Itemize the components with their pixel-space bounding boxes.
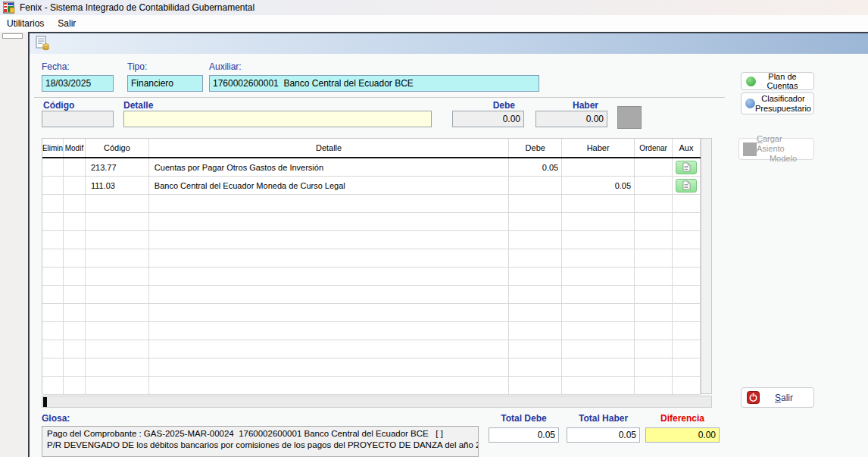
form-separator (34, 97, 725, 98)
menu-salir[interactable]: Salir (51, 15, 83, 32)
clasificador-label: Clasificador Presupuestario (755, 94, 811, 114)
plan-de-cuentas-button[interactable]: Plan de Cuentas (741, 72, 814, 90)
table-row-empty (42, 249, 701, 268)
title-bar: Fenix - Sistema Integrado de Contabilida… (0, 0, 868, 15)
cell-elimin[interactable] (42, 158, 64, 176)
codigo-entry-label: Código (43, 100, 74, 111)
tipo-label: Tipo: (127, 61, 147, 72)
detalle-entry-input[interactable] (123, 111, 432, 127)
menu-bar: Utilitarios Salir (0, 15, 868, 32)
tipo-input[interactable] (127, 75, 203, 92)
table-row-empty (42, 195, 701, 213)
cell-detalle: Cuentas por Pagar Otros Gastos de Invers… (149, 158, 509, 176)
diferencia-label: Diferencia (645, 413, 720, 424)
left-panel-strip (0, 32, 26, 457)
grid-vertical-scrollbar[interactable] (701, 138, 712, 394)
header-modif: Modif (64, 139, 86, 157)
total-debe-label: Total Debe (489, 413, 559, 424)
table-row-empty (42, 304, 701, 322)
table-row-empty (42, 268, 701, 286)
cell-codigo: 213.77 (86, 158, 149, 176)
detalle-entry-label: Detalle (123, 100, 153, 111)
auxiliar-input[interactable] (209, 75, 539, 92)
blue-sphere-icon (745, 99, 755, 108)
clasificador-presupuestario-button[interactable]: Clasificador Presupuestario (741, 92, 814, 114)
codigo-entry-input[interactable] (42, 111, 114, 127)
haber-entry-label: Haber (535, 100, 598, 111)
total-haber-field[interactable] (567, 427, 640, 443)
cell-ordenar[interactable] (635, 158, 673, 176)
document-lines-icon (682, 162, 691, 172)
left-panel-grip[interactable] (2, 33, 23, 39)
voucher-form-window: Fecha: Tipo: Auxiliar: Código Detalle De… (28, 32, 868, 457)
table-row[interactable]: 111.03 Banco Central del Ecuador Moneda … (42, 177, 701, 195)
cell-debe (509, 177, 562, 194)
table-row-empty (42, 358, 701, 377)
debe-entry-input[interactable] (452, 111, 524, 127)
menu-utilitarios[interactable]: Utilitarios (0, 15, 51, 32)
window-title: Fenix - Sistema Integrado de Contabilida… (20, 2, 254, 13)
table-row-empty (42, 213, 701, 231)
header-debe: Debe (509, 139, 562, 157)
power-icon (747, 391, 760, 404)
salir-label: Salir (760, 393, 808, 403)
cell-modif[interactable] (64, 177, 86, 194)
fecha-label: Fecha: (42, 61, 70, 72)
cargar-asiento-label: Cargar Asiento Modelo (757, 134, 810, 164)
header-aux: Aux (673, 139, 701, 157)
salir-button[interactable]: Salir (741, 387, 814, 408)
cell-modif[interactable] (64, 158, 86, 176)
green-sphere-icon (746, 77, 756, 86)
cell-debe: 0.05 (509, 158, 562, 176)
glosa-line-2: P/R DEVENGADO DE los débitos bancarios p… (47, 440, 473, 451)
cell-detalle: Banco Central del Ecuador Moneda de Curs… (149, 177, 509, 194)
cargar-asiento-modelo-button[interactable]: Cargar Asiento Modelo (738, 138, 814, 160)
form-toolbar (30, 33, 868, 54)
plan-de-cuentas-label: Plan de Cuentas (756, 72, 809, 90)
aux-button[interactable] (676, 161, 697, 174)
header-ordenar: Ordenar (635, 139, 673, 157)
grid-header-row: Elimin Modif Código Detalle Debe Haber O… (42, 139, 701, 158)
haber-entry-input[interactable] (535, 111, 607, 127)
table-row-empty (42, 322, 701, 340)
fecha-input[interactable] (42, 75, 114, 92)
document-lines-icon (682, 180, 691, 190)
cell-haber: 0.05 (562, 177, 635, 194)
entry-action-button[interactable] (617, 106, 642, 129)
header-codigo: Código (86, 139, 149, 157)
cell-haber (562, 158, 635, 176)
header-elimin: Elimin (42, 139, 64, 157)
gray-square-icon (743, 142, 757, 156)
diferencia-field[interactable] (645, 427, 720, 443)
grid-horizontal-scrollbar[interactable] (42, 396, 712, 408)
table-row-empty (42, 340, 701, 358)
total-debe-field[interactable] (489, 427, 559, 443)
scrollbar-thumb[interactable] (43, 397, 47, 407)
header-haber: Haber (562, 139, 635, 157)
header-detalle: Detalle (149, 139, 509, 157)
table-row-empty (42, 231, 701, 249)
cell-codigo: 111.03 (86, 177, 149, 194)
glosa-textarea[interactable]: Pago del Comprobante : GAS-2025-MAR-0002… (42, 426, 479, 457)
table-row-empty (42, 286, 701, 304)
debe-entry-label: Debe (452, 100, 515, 111)
total-haber-label: Total Haber (567, 413, 640, 424)
cell-aux (673, 177, 701, 194)
glosa-line-1: Pago del Comprobante : GAS-2025-MAR-0002… (47, 428, 473, 440)
auxiliar-label: Auxiliar: (209, 61, 242, 72)
glosa-label: Glosa: (42, 413, 70, 424)
entries-grid: Elimin Modif Código Detalle Debe Haber O… (42, 138, 701, 394)
table-row[interactable]: 213.77 Cuentas por Pagar Otros Gastos de… (42, 158, 701, 177)
cell-ordenar[interactable] (635, 177, 673, 194)
voucher-document-coins-icon[interactable] (35, 36, 50, 51)
aux-button[interactable] (676, 179, 697, 193)
app-window-icon (3, 2, 15, 14)
table-row-empty (42, 377, 701, 395)
cell-elimin[interactable] (42, 177, 64, 194)
cell-aux (673, 158, 701, 176)
